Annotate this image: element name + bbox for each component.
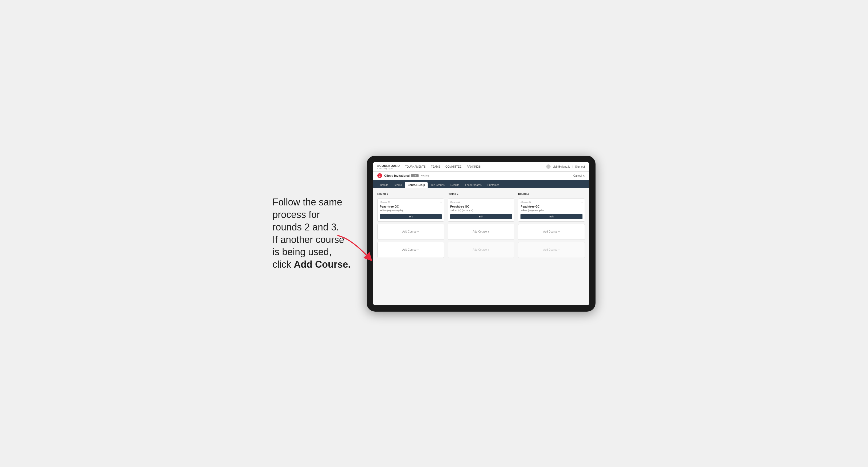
tournament-logo-letter: C bbox=[379, 174, 380, 177]
round-3-course-header: (Course A) ○ bbox=[521, 201, 583, 204]
round-1-edit-button[interactable]: Edit bbox=[380, 214, 442, 219]
nav-link-teams[interactable]: TEAMS bbox=[431, 165, 440, 168]
instruction-line3: rounds 2 and 3. bbox=[273, 222, 339, 232]
round-3-add-plus-1: + bbox=[558, 230, 560, 234]
round-1-course-header: (Course A) ○ bbox=[380, 201, 442, 204]
tablet-wrapper: SCOREBOARD Powered by clippd TOURNAMENTS… bbox=[367, 156, 595, 312]
round-1-course-info: Yellow (M) (6629 yds) bbox=[380, 209, 442, 212]
tab-tee-groups[interactable]: Tee Groups bbox=[428, 182, 447, 188]
round-3-column: Round 3 (Course A) ○ Peachtree GC Yellow… bbox=[518, 192, 585, 258]
round-3-remove-button[interactable]: ○ bbox=[581, 201, 583, 204]
round-3-edit-button[interactable]: Edit bbox=[521, 214, 583, 219]
tablet-frame: SCOREBOARD Powered by clippd TOURNAMENTS… bbox=[367, 156, 595, 312]
tab-course-setup[interactable]: Course Setup bbox=[405, 182, 428, 188]
tab-results[interactable]: Results bbox=[448, 182, 462, 188]
round-3-add-course-text-2: Add Course bbox=[543, 248, 557, 251]
round-2-add-course-2: Add Course + bbox=[448, 242, 515, 258]
rounds-grid: Round 1 (Course A) ○ Peachtree GC Yellow… bbox=[377, 192, 585, 258]
tournament-header: C Clippd Invitational Men Hosting Cancel… bbox=[373, 172, 589, 180]
round-2-course-header: (Course A) ○ bbox=[450, 201, 512, 204]
cancel-icon: ✕ bbox=[583, 174, 585, 177]
instruction-line6-prefix: click bbox=[273, 259, 294, 270]
tournament-logo: C bbox=[377, 173, 382, 178]
tablet-screen: SCOREBOARD Powered by clippd TOURNAMENTS… bbox=[373, 162, 589, 305]
cancel-button[interactable]: Cancel ✕ bbox=[574, 174, 585, 177]
round-2-course-card: (Course A) ○ Peachtree GC Yellow (M) (66… bbox=[448, 198, 515, 222]
round-1-course-label: (Course A) bbox=[380, 201, 390, 203]
tournament-name: Clippd Invitational bbox=[384, 174, 409, 177]
round-1-add-course-2[interactable]: Add Course + bbox=[377, 242, 444, 258]
logo-text: SCOREBOARD bbox=[377, 164, 400, 167]
round-2-course-name: Peachtree GC bbox=[450, 205, 512, 208]
nav-link-rankings[interactable]: RANKINGS bbox=[467, 165, 480, 168]
instruction-line4: If another course bbox=[273, 234, 344, 245]
round-3-course-card: (Course A) ○ Peachtree GC Yellow (M) (66… bbox=[518, 198, 585, 222]
round-2-edit-button[interactable]: Edit bbox=[450, 214, 512, 219]
nav-links: TOURNAMENTS TEAMS COMMITTEE RANKINGS bbox=[405, 165, 546, 168]
nav-link-tournaments[interactable]: TOURNAMENTS bbox=[405, 165, 426, 168]
round-2-add-course-text-1: Add Course bbox=[473, 230, 487, 233]
nav-link-committee[interactable]: COMMITTEE bbox=[445, 165, 461, 168]
user-avatar bbox=[546, 164, 551, 169]
round-3-course-info: Yellow (M) (6629 yds) bbox=[521, 209, 583, 212]
round-1-course-name: Peachtree GC bbox=[380, 205, 442, 208]
round-1-remove-button[interactable]: ○ bbox=[440, 201, 442, 204]
round-2-add-course-1[interactable]: Add Course + bbox=[448, 224, 515, 240]
round-1-column: Round 1 (Course A) ○ Peachtree GC Yellow… bbox=[377, 192, 444, 258]
round-2-column: Round 2 (Course A) ○ Peachtree GC Yellow… bbox=[448, 192, 515, 258]
round-3-course-label: (Course A) bbox=[521, 201, 531, 203]
round-3-add-plus-2: + bbox=[558, 248, 560, 252]
round-2-add-course-text-2: Add Course bbox=[473, 248, 487, 251]
round-3-add-course-1[interactable]: Add Course + bbox=[518, 224, 585, 240]
page-wrapper: Follow the same process for rounds 2 and… bbox=[248, 156, 620, 312]
round-1-add-course-1[interactable]: Add Course + bbox=[377, 224, 444, 240]
instruction-line2: process for bbox=[273, 209, 320, 220]
round-2-course-info: Yellow (M) (6629 yds) bbox=[450, 209, 512, 212]
top-nav: SCOREBOARD Powered by clippd TOURNAMENTS… bbox=[373, 162, 589, 172]
scoreboard-logo: SCOREBOARD Powered by clippd bbox=[377, 164, 400, 169]
powered-by-text: Powered by clippd bbox=[377, 167, 400, 169]
instruction-line6-bold: Add Course. bbox=[294, 259, 351, 270]
round-2-add-plus-1: + bbox=[488, 230, 489, 234]
round-2-course-label: (Course A) bbox=[450, 201, 460, 203]
instruction-text: Follow the same process for rounds 2 and… bbox=[273, 196, 351, 271]
hosting-badge: Hosting bbox=[421, 174, 429, 177]
gender-badge: Men bbox=[411, 174, 418, 177]
tab-bar: Details Teams Course Setup Tee Groups Re… bbox=[373, 180, 589, 188]
instruction-line5: is being used, bbox=[273, 246, 332, 257]
round-2-add-plus-2: + bbox=[488, 248, 489, 252]
nav-right: blair@clippd.io | Sign out bbox=[546, 164, 585, 169]
tab-details[interactable]: Details bbox=[377, 182, 391, 188]
tab-leaderboards[interactable]: Leaderboards bbox=[462, 182, 484, 188]
tab-teams[interactable]: Teams bbox=[392, 182, 404, 188]
sign-out-link[interactable]: Sign out bbox=[575, 165, 585, 168]
round-3-course-name: Peachtree GC bbox=[521, 205, 583, 208]
round-1-course-card: (Course A) ○ Peachtree GC Yellow (M) (66… bbox=[377, 198, 444, 222]
nav-divider: | bbox=[572, 165, 573, 168]
instruction-line1: Follow the same bbox=[273, 197, 342, 208]
round-3-add-course-text-1: Add Course bbox=[543, 230, 557, 233]
round-2-remove-button[interactable]: ○ bbox=[510, 201, 512, 204]
round-3-label: Round 3 bbox=[518, 192, 585, 195]
round-1-add-course-text-1: Add Course bbox=[402, 230, 416, 233]
round-1-add-plus-2: + bbox=[417, 248, 419, 252]
cancel-label: Cancel bbox=[574, 174, 582, 177]
user-email: blair@clippd.io bbox=[553, 165, 570, 168]
round-2-label: Round 2 bbox=[448, 192, 515, 195]
round-1-add-course-text-2: Add Course bbox=[402, 248, 416, 251]
tab-printables[interactable]: Printables bbox=[485, 182, 502, 188]
round-1-label: Round 1 bbox=[377, 192, 444, 195]
round-3-add-course-2: Add Course + bbox=[518, 242, 585, 258]
main-content: Round 1 (Course A) ○ Peachtree GC Yellow… bbox=[373, 188, 589, 305]
round-1-add-plus-1: + bbox=[417, 230, 419, 234]
